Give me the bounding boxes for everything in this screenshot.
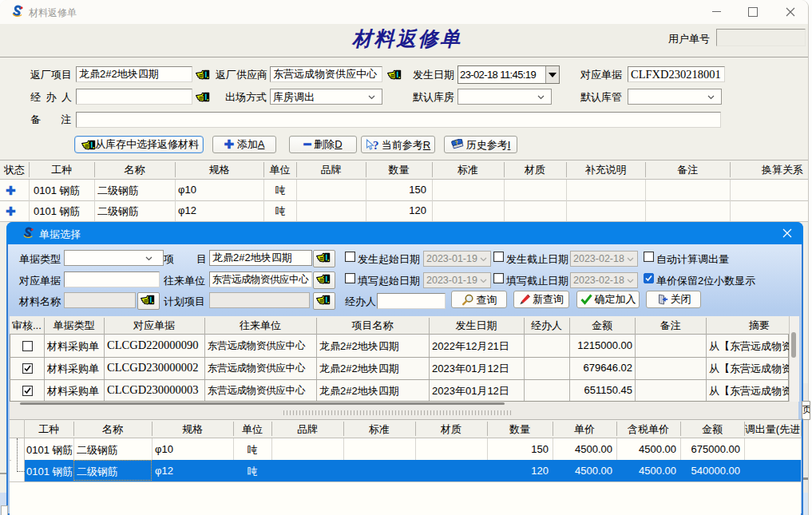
svg-text:?: ? [373, 139, 379, 151]
